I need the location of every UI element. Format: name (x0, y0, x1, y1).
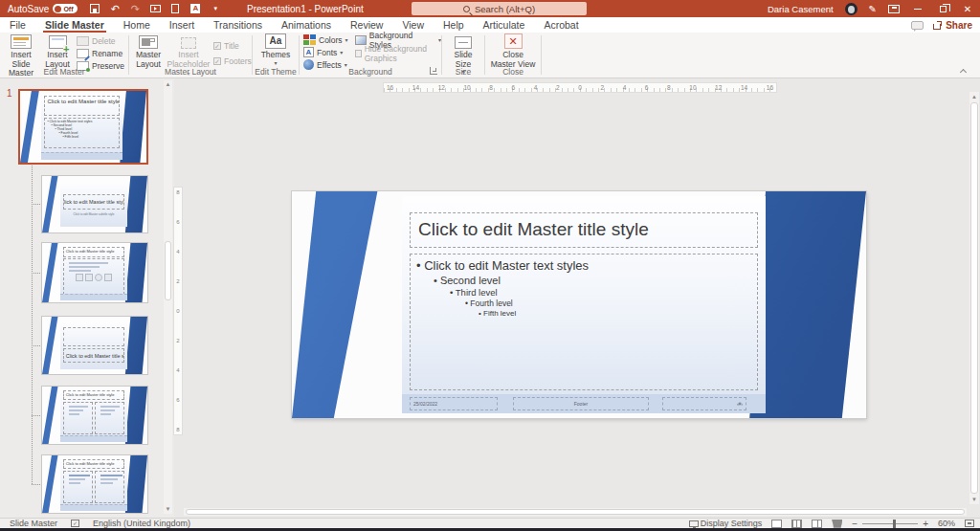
title-placeholder[interactable]: Click to edit Master title style (410, 212, 758, 248)
zoom-out-icon[interactable]: − (852, 520, 858, 528)
layout-connector-line (32, 166, 33, 484)
tab-transitions[interactable]: Transitions (204, 17, 272, 33)
collapse-ribbon-icon[interactable] (960, 67, 967, 74)
slide-editing-canvas[interactable]: Click to edit Master title style • Click… (292, 191, 866, 418)
body-bullet-level-1: • Click to edit Master text styles (416, 258, 753, 273)
slide-content-panel: Click to edit Master title style • Click… (402, 196, 766, 413)
close-master-view-button[interactable]: ✕ Close Master View (490, 33, 536, 69)
ruler-tick-label: 4 (176, 367, 179, 373)
footers-checkbox[interactable]: ✓ Footers (213, 55, 252, 66)
scroll-down-icon[interactable]: ▼ (969, 495, 979, 504)
master-layout-icon (139, 35, 158, 49)
new-document-icon[interactable] (169, 3, 181, 14)
zoom-slider[interactable] (862, 523, 918, 524)
insert-layout-button[interactable]: Insert Layout (42, 33, 73, 69)
thumb-title: Click to edit Master title style (63, 194, 124, 210)
close-button[interactable]: ✕ (961, 0, 974, 17)
restore-button[interactable] (936, 0, 949, 17)
rename-button[interactable]: Rename (77, 48, 122, 58)
ruler-tick-label: 0 (578, 84, 582, 91)
titlebar-right: Daria Casement ✎ ✕ (768, 0, 980, 17)
fonts-icon: A (303, 47, 314, 57)
slideshow-from-start-icon[interactable] (149, 3, 161, 14)
ribbon-display-options-icon[interactable] (888, 5, 900, 13)
reading-view-icon[interactable] (812, 520, 822, 528)
fit-slide-to-window-icon[interactable] (965, 520, 974, 527)
zoom-level[interactable]: 60% (938, 519, 955, 528)
thumbnail-scrollbar[interactable]: ▲ ▼ (164, 80, 172, 514)
slide-master-thumbnail[interactable]: Click to edit Master title style • Click… (18, 89, 148, 165)
thumb-body-line: • Fifth level (47, 135, 116, 139)
footer-placeholder[interactable]: Footer (513, 397, 649, 410)
layout-thumbnail-comparison[interactable]: Click to edit Master title style (41, 454, 148, 514)
hide-background-graphics-checkbox[interactable]: Hide Background Graphics (355, 48, 441, 58)
themes-button[interactable]: Aa Themes ▾ (259, 33, 292, 66)
tab-file[interactable]: File (0, 17, 35, 33)
group-edit-master: Insert Slide Master Insert Layout Delete… (0, 33, 128, 77)
scroll-up-icon[interactable]: ▲ (164, 80, 172, 89)
tab-articulate[interactable]: Articulate (474, 17, 535, 33)
layout-thumbnail-title-content[interactable]: Click to edit Master title style (41, 242, 148, 303)
colors-button[interactable]: Colors ▾ (303, 34, 348, 45)
zoom-slider-thumb[interactable] (893, 520, 896, 528)
scrollbar-thumb[interactable] (970, 102, 978, 494)
editing-mode-icon[interactable]: ✎ (869, 4, 877, 14)
vertical-scrollbar[interactable]: ▲ ▼ (969, 92, 979, 504)
dropdown-caret-icon: ▾ (274, 60, 277, 67)
normal-view-icon[interactable] (771, 520, 782, 528)
autosave-toggle[interactable]: Off (53, 4, 78, 13)
master-layout-button[interactable]: Master Layout (132, 33, 165, 69)
group-master-layout: Master Layout Insert Placeholder ▾ ✓ Tit… (129, 33, 252, 77)
minimize-button[interactable] (911, 0, 924, 17)
rename-icon (77, 49, 89, 58)
autosave-toggle-knob (55, 6, 61, 12)
ruler-tick-label: 16 (767, 84, 773, 91)
title-checkbox[interactable]: ✓ Title (213, 40, 239, 51)
layout-thumbnail-two-content[interactable]: Click to edit Master title style (41, 386, 148, 445)
horizontal-ruler[interactable]: 1614121086420246810121416 (383, 82, 777, 93)
display-settings-button[interactable]: Display Settings (689, 519, 763, 528)
status-language[interactable]: English (United Kingdom) (93, 519, 190, 528)
layout-thumbnail-section-header[interactable]: Click to edit Master title style (41, 316, 148, 375)
date-placeholder[interactable]: 25/02/2022 (410, 397, 498, 410)
share-label: Share (946, 20, 972, 31)
save-icon[interactable] (89, 3, 100, 14)
zoom-in-icon[interactable]: + (923, 520, 928, 528)
autosave-control[interactable]: AutoSave Off (0, 4, 83, 14)
share-button[interactable]: Share (933, 20, 972, 31)
scroll-down-icon[interactable]: ▼ (164, 505, 172, 514)
avatar[interactable] (845, 3, 858, 15)
tab-insert[interactable]: Insert (160, 17, 204, 33)
background-dialog-launcher-icon[interactable] (430, 67, 437, 75)
horizontal-scrollbar[interactable] (184, 508, 967, 516)
user-name[interactable]: Daria Casement (768, 4, 834, 14)
scroll-up-icon[interactable]: ▲ (969, 92, 979, 101)
qat-customize-icon[interactable]: ▾ (210, 3, 221, 14)
tab-home[interactable]: Home (114, 17, 160, 33)
group-label-close: Close (485, 67, 541, 77)
tab-animations[interactable]: Animations (272, 17, 341, 33)
undo-icon[interactable]: ↶ (109, 3, 121, 14)
layout-thumbnail-title-slide[interactable]: Click to edit Master title style Click t… (41, 175, 148, 233)
vertical-ruler[interactable]: 864202468 (173, 187, 183, 435)
font-color-icon[interactable]: A (189, 3, 201, 14)
slide-sorter-view-icon[interactable] (791, 520, 802, 528)
fonts-button[interactable]: A Fonts ▾ (303, 47, 343, 57)
proofing-icon[interactable]: ✓ (71, 520, 79, 527)
thumb-title: Click to edit Master title style (63, 247, 124, 256)
slideshow-view-icon[interactable] (832, 520, 842, 528)
redo-icon[interactable]: ↷ (129, 3, 141, 14)
thumb-title: Click to edit Master title style (63, 459, 124, 469)
scrollbar-thumb[interactable] (186, 509, 965, 515)
ruler-tick-label: 4 (176, 249, 179, 254)
body-placeholder[interactable]: • Click to edit Master text styles• Seco… (410, 254, 758, 390)
search-input[interactable]: Search (Alt+Q) (412, 2, 587, 15)
tab-slide-master[interactable]: Slide Master (35, 17, 114, 33)
comments-icon[interactable] (911, 21, 924, 30)
tab-help[interactable]: Help (434, 17, 474, 33)
slide-number-placeholder[interactable]: ‹#› (662, 397, 746, 410)
tab-acrobat[interactable]: Acrobat (534, 17, 588, 33)
slide-number-label: 1 (7, 88, 12, 99)
delete-button[interactable]: Delete (77, 35, 116, 46)
scrollbar-thumb[interactable] (165, 241, 171, 300)
